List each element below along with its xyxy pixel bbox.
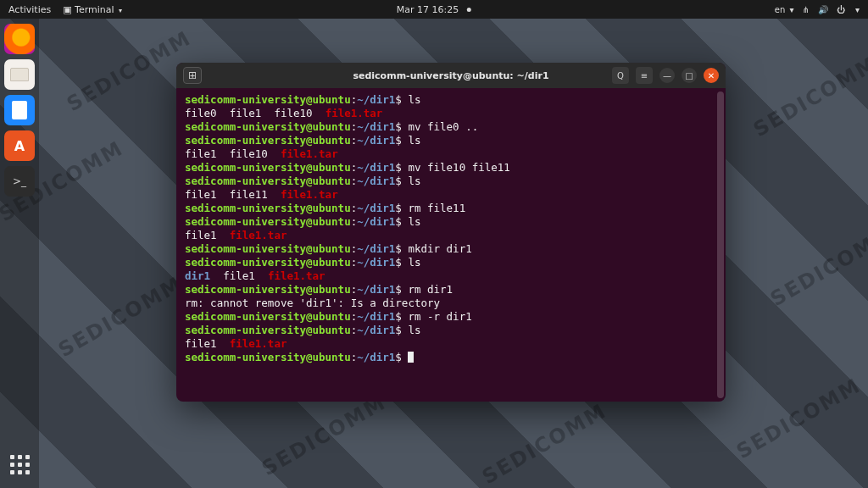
app-menu[interactable]: ▣ Terminal ▾ <box>63 4 122 15</box>
watermark-text: SEDICOMM <box>478 399 610 488</box>
dock-libreoffice[interactable] <box>4 95 35 125</box>
plus-tab-icon: ⊞ <box>188 69 197 81</box>
volume-icon[interactable]: 🔊 <box>818 5 828 14</box>
terminal-window: ⊞ sedicomm-university@ubuntu: ~/dir1 Q ≡… <box>176 63 726 402</box>
dock-firefox[interactable] <box>4 24 35 54</box>
dock-files[interactable] <box>4 59 35 90</box>
watermark-text: SEDICOMM <box>732 374 865 463</box>
watermark-text: SEDICOMM <box>749 52 868 141</box>
search-button[interactable]: Q <box>612 67 629 84</box>
gnome-top-bar: Activities ▣ Terminal ▾ Mar 17 16:25 en … <box>0 0 868 19</box>
chevron-down-icon: ▾ <box>119 7 122 14</box>
terminal-cursor <box>408 352 414 363</box>
window-titlebar[interactable]: ⊞ sedicomm-university@ubuntu: ~/dir1 Q ≡… <box>176 63 726 88</box>
chevron-down-icon: ▾ <box>855 5 860 14</box>
app-menu-label: Terminal <box>75 4 114 15</box>
notification-dot-icon <box>467 8 471 12</box>
menu-button[interactable]: ≡ <box>636 67 653 84</box>
close-button[interactable]: ✕ <box>704 68 719 83</box>
watermark-text: SEDICOMM <box>63 26 195 116</box>
network-icon[interactable]: ⋔ <box>803 5 810 14</box>
terminal-icon: ▣ <box>63 4 71 15</box>
new-tab-button[interactable]: ⊞ <box>183 67 202 84</box>
watermark-text: SEDICOMM <box>766 221 868 311</box>
dock-terminal[interactable] <box>4 166 35 197</box>
search-icon: Q <box>617 71 624 80</box>
chevron-down-icon: ▾ <box>790 5 794 14</box>
terminal-output[interactable]: sedicomm-university@ubuntu:~/dir1$ ls fi… <box>176 88 726 402</box>
power-icon[interactable]: ⏻ <box>837 5 845 14</box>
clock-label: Mar 17 16:25 <box>397 4 459 15</box>
watermark-text: SEDICOMM <box>54 272 186 362</box>
dock-ubuntu-software[interactable] <box>4 130 35 161</box>
maximize-button[interactable]: □ <box>682 68 697 83</box>
minimize-button[interactable]: — <box>659 68 675 83</box>
terminal-scrollbar[interactable] <box>717 92 724 398</box>
watermark-text: SEDICOMM <box>258 391 390 480</box>
dock <box>0 19 39 488</box>
activities-button[interactable]: Activities <box>8 4 51 15</box>
clock[interactable]: Mar 17 16:25 <box>397 4 471 15</box>
input-source-label: en <box>775 5 786 14</box>
hamburger-icon: ≡ <box>641 71 648 80</box>
input-source[interactable]: en ▾ <box>775 5 794 14</box>
show-applications-button[interactable] <box>4 449 35 480</box>
window-title: sedicomm-university@ubuntu: ~/dir1 <box>353 70 548 81</box>
